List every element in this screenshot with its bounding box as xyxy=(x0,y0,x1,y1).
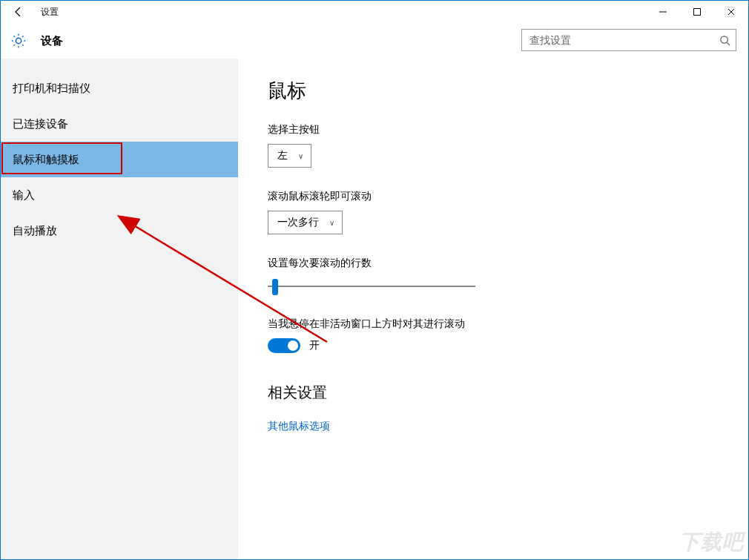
sidebar-item-printers[interactable]: 打印机和扫描仪 xyxy=(1,70,238,106)
category-title: 设备 xyxy=(41,34,63,48)
lines-setting-label: 设置每次要滚动的行数 xyxy=(268,257,719,270)
dropdown-value: 左 xyxy=(277,149,288,162)
main-panel: 鼠标 选择主按钮 左 ∨ 滚动鼠标滚轮即可滚动 一次多行 ∨ 设置每次要滚动的行… xyxy=(238,59,748,559)
slider-track xyxy=(268,286,475,287)
search-icon[interactable] xyxy=(713,30,736,50)
chevron-down-icon: ∨ xyxy=(329,219,334,227)
minimize-button[interactable] xyxy=(646,1,680,23)
header-row: 设备 xyxy=(1,23,748,59)
sidebar-item-mouse-touchpad[interactable]: 鼠标和触摸板 xyxy=(1,142,238,177)
gear-icon xyxy=(10,32,27,50)
maximize-button[interactable] xyxy=(680,1,714,23)
back-button[interactable] xyxy=(1,1,36,23)
chevron-down-icon: ∨ xyxy=(298,152,303,160)
dropdown-value: 一次多行 xyxy=(277,216,319,229)
sidebar: 打印机和扫描仪 已连接设备 鼠标和触摸板 输入 自动播放 xyxy=(1,59,238,559)
close-button[interactable] xyxy=(714,1,748,23)
inactive-hover-label: 当我悬停在非活动窗口上方时对其进行滚动 xyxy=(268,317,719,331)
search-box[interactable] xyxy=(521,29,736,51)
titlebar: 设置 xyxy=(1,1,748,23)
slider-thumb[interactable] xyxy=(272,279,278,295)
page-heading: 鼠标 xyxy=(268,78,719,104)
svg-line-3 xyxy=(727,42,730,45)
sidebar-item-label: 打印机和扫描仪 xyxy=(13,82,90,96)
sidebar-item-label: 鼠标和触摸板 xyxy=(13,153,79,167)
primary-button-dropdown[interactable]: 左 ∨ xyxy=(268,144,311,168)
primary-button-label: 选择主按钮 xyxy=(268,123,719,136)
sidebar-item-label: 已连接设备 xyxy=(13,117,68,131)
lines-slider[interactable] xyxy=(268,277,475,295)
window-controls xyxy=(646,1,748,23)
inactive-hover-toggle-row: 开 xyxy=(268,338,719,353)
sidebar-item-label: 输入 xyxy=(13,188,35,202)
window-title: 设置 xyxy=(41,6,59,19)
wheel-scroll-dropdown[interactable]: 一次多行 ∨ xyxy=(268,211,343,234)
inactive-hover-toggle[interactable] xyxy=(268,338,300,353)
search-input[interactable] xyxy=(522,34,713,46)
svg-point-2 xyxy=(720,36,727,42)
sidebar-item-autoplay[interactable]: 自动播放 xyxy=(1,213,238,248)
sidebar-item-label: 自动播放 xyxy=(13,224,57,238)
svg-rect-1 xyxy=(694,9,701,16)
toggle-state-label: 开 xyxy=(309,339,320,352)
other-mouse-options-link[interactable]: 其他鼠标选项 xyxy=(268,420,330,432)
toggle-knob xyxy=(288,340,298,351)
sidebar-item-connected-devices[interactable]: 已连接设备 xyxy=(1,106,238,142)
content-area: 打印机和扫描仪 已连接设备 鼠标和触摸板 输入 自动播放 鼠标 选择主按钮 左 … xyxy=(1,59,748,559)
related-settings-heading: 相关设置 xyxy=(268,383,719,403)
sidebar-item-typing[interactable]: 输入 xyxy=(1,177,238,213)
wheel-scroll-label: 滚动鼠标滚轮即可滚动 xyxy=(268,190,719,203)
